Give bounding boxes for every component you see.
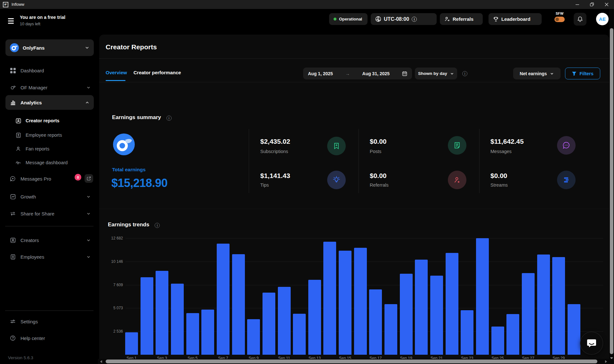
chart-bar[interactable] [430,276,443,355]
referrals-button[interactable]: Referrals [440,13,483,25]
chevron-down-icon [86,195,91,199]
chart-bar[interactable] [400,274,413,355]
timezone-selector[interactable]: UTC-08:00 i [371,13,437,25]
chart-bar[interactable] [476,238,489,355]
chart-bar[interactable] [552,257,565,355]
sidebar-item-employees[interactable]: Employees [5,252,94,262]
chart-bar[interactable] [506,314,519,355]
restore-button[interactable] [585,0,599,9]
sidebar-divider [5,226,93,226]
earnings-trends-info-icon[interactable]: i [155,223,160,228]
chevron-down-icon [86,212,91,216]
horizontal-scrollbar[interactable] [98,359,609,364]
granularity-select[interactable]: Shown by day [415,68,457,79]
date-range-picker[interactable]: Aug 1, 2025 → Aug 31, 2025 [303,68,412,79]
sidebar-item-growth[interactable]: Growth [5,191,94,202]
trial-banner-days-left: 10 days left [20,22,40,26]
chart-bar[interactable] [186,313,199,355]
chart-bar[interactable] [568,304,580,355]
chart-bar[interactable] [522,273,535,355]
status-dot-icon [334,18,336,20]
chart-bar[interactable] [125,332,138,355]
sidebar-item-fan-reports[interactable]: Fan reports [5,144,94,154]
filters-button[interactable]: Filters [565,68,600,79]
leaderboard-label: Leaderboard [501,16,530,22]
chart-bar[interactable] [537,255,550,355]
stat-subscriptions-label: Subscriptions [260,149,288,154]
chart-bar[interactable] [201,310,214,355]
sidebar-item-creator-reports[interactable]: Creator reports [5,116,94,126]
vertical-scrollbar[interactable] [609,9,614,364]
chart-bar[interactable] [171,284,184,355]
chart-bar[interactable] [308,280,321,355]
controls-info-icon[interactable]: i [462,71,467,76]
horizontal-scrollbar-thumb[interactable] [106,360,597,363]
summary-divider [249,129,249,193]
globe-icon [375,16,381,22]
sidebar-item-employee-reports[interactable]: Employee reports [5,130,94,140]
earnings-summary-info-icon[interactable]: i [166,116,172,121]
sidebar-item-creators[interactable]: Creators [5,235,94,245]
chart-ytick-label: 5 073 [101,306,123,310]
chart-bar[interactable] [446,253,458,355]
minimize-button[interactable] [570,0,585,9]
stat-messages-value: $11,642.45 [490,138,524,145]
chart-bar[interactable] [156,271,168,355]
chart-bar[interactable] [461,310,473,355]
chart-bar[interactable] [278,287,291,355]
vertical-scrollbar-thumb[interactable] [610,28,613,354]
stat-streams-value: $0.00 [490,172,507,180]
sfw-toggle[interactable] [554,17,565,22]
tab-creator-performance[interactable]: Creator performance [133,70,181,75]
support-chat-button[interactable] [580,332,603,355]
workspace-selector[interactable]: OnlyFans [5,39,94,56]
date-to-value[interactable]: Aug 31, 2025 [362,71,390,76]
chart-bar[interactable] [323,242,336,355]
chart-bar[interactable] [354,248,367,355]
sidebar-item-message-dashboard[interactable]: Message dashboard [5,158,94,168]
leaderboard-button[interactable]: Leaderboard [489,13,542,25]
chart-bar[interactable] [263,293,275,355]
chart-bar[interactable] [491,327,504,355]
chart-bar[interactable] [293,314,306,355]
chart-bar[interactable] [339,251,351,355]
status-badge[interactable]: Operational [329,13,368,25]
messages-pro-external-link-button[interactable] [85,174,93,183]
sidebar-item-dashboard[interactable]: Dashboard [5,65,94,76]
earnings-summary-title-text: Earnings summary [112,114,161,120]
chart-bar[interactable] [217,244,230,355]
sidebar-item-analytics[interactable]: Analytics [5,95,94,110]
scroll-right-arrow-icon[interactable] [605,360,607,363]
sidebar-item-settings[interactable]: Settings [5,316,94,327]
sidebar-item-of-manager[interactable]: OF Manager [5,82,94,93]
chevron-down-icon [86,255,91,259]
sidebar-item-label: Share for Share [20,211,54,216]
date-from-value[interactable]: Aug 1, 2025 [308,71,333,76]
tab-overview[interactable]: Overview [106,70,127,75]
stat-tips-label: Tips [260,182,269,188]
sidebar-item-label: Messages Pro [20,176,51,182]
sidebar-item-label: Message dashboard [26,160,68,165]
chart-bar[interactable] [141,277,153,355]
chart-bar[interactable] [232,254,245,355]
stat-referrals-label: Referrals [370,182,389,188]
sidebar-item-share-for-share[interactable]: Share for Share [5,208,94,219]
notifications-button[interactable] [574,13,586,26]
scroll-left-arrow-icon[interactable] [100,360,102,363]
earnings-type-select[interactable]: Net earnings [513,68,561,79]
sidebar-item-help-center[interactable]: Help center [5,333,94,343]
chevron-down-icon [86,85,91,90]
timezone-info-icon[interactable]: i [412,17,417,22]
close-button[interactable] [599,0,614,9]
user-avatar[interactable]: AE [596,13,609,25]
chart-bar[interactable] [415,260,428,355]
divider [99,82,609,82]
menu-toggle-icon[interactable] [8,18,14,24]
app-window: IF Infloww You are on a free trial 10 da… [0,0,614,364]
chart-bar[interactable] [384,304,397,355]
granularity-value: Shown by day [418,71,447,76]
scrollbar-corner [609,359,614,364]
summary-divider [359,129,359,193]
chart-bar[interactable] [247,319,260,355]
chart-bar[interactable] [369,289,382,355]
